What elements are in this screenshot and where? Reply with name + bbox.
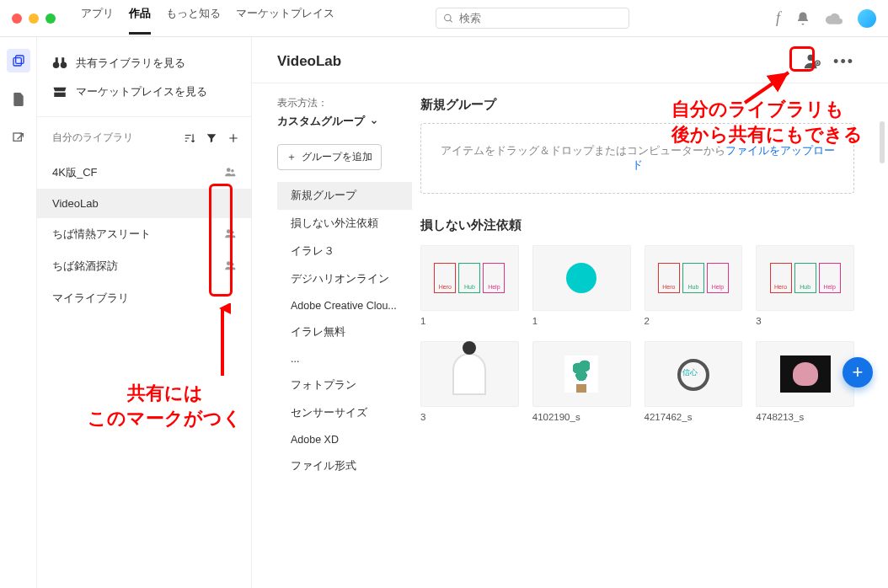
invite-icon[interactable] (803, 52, 821, 71)
divider (37, 116, 251, 117)
asset-caption: 2 (645, 316, 743, 326)
svg-point-6 (61, 62, 67, 69)
avatar[interactable] (858, 9, 876, 28)
asset-thumb (420, 341, 519, 407)
library-item[interactable]: 4K版_CF (37, 157, 251, 189)
search-box[interactable] (436, 8, 629, 29)
zoom-window[interactable] (45, 13, 56, 24)
group-item[interactable]: イラレ無料 (277, 318, 412, 346)
asset-caption: 4217462_s (645, 412, 743, 422)
sort-icon[interactable] (184, 132, 195, 144)
library-item[interactable]: マイライブラリ (37, 282, 251, 314)
asset-card[interactable]: 1 (532, 245, 631, 326)
nav-apps[interactable]: アプリ (81, 6, 114, 31)
bell-icon[interactable] (795, 11, 810, 26)
svg-rect-3 (13, 58, 21, 66)
view-selector[interactable]: カスタムグループ (277, 115, 404, 129)
group-item[interactable]: イラレ３ (277, 238, 412, 265)
asset-card[interactable]: 4217462_s (645, 341, 743, 422)
asset-card[interactable]: 4748213_s (756, 341, 854, 422)
group-item[interactable]: フォトプラン (277, 372, 412, 399)
scrollbar[interactable] (880, 121, 885, 163)
asset-thumb (756, 341, 854, 407)
library-item[interactable]: ちば銘酒探訪 (37, 250, 251, 282)
nav-market[interactable]: マーケットプレイス (236, 6, 334, 31)
asset-grid: HeroHubHelp11HeroHubHelp2HeroHubHelp3341… (420, 245, 854, 422)
shared-icon (224, 227, 236, 242)
plus-icon: ＋ (286, 150, 297, 164)
plus-icon[interactable] (227, 132, 239, 144)
more-menu[interactable]: ••• (833, 53, 854, 71)
sidebar-section-head: 自分のライブラリ (37, 127, 251, 148)
group-item[interactable]: ファイル形式 (277, 452, 412, 480)
main-column: 新規グループ アイテムをドラッグ＆ドロップまたはコンピューターからファイルをアッ… (404, 97, 888, 480)
content-header: VideoLab ••• (252, 37, 888, 83)
add-group-label: グループを追加 (302, 150, 372, 164)
library-item[interactable]: VideoLab (37, 189, 251, 218)
library-item[interactable]: ちば情熱アスリート (37, 218, 251, 250)
rail-share[interactable] (7, 126, 30, 150)
group-item[interactable]: 新規グループ (277, 182, 412, 210)
rail-libraries[interactable] (7, 49, 30, 72)
filter-icon[interactable] (206, 132, 217, 144)
libraries-icon (12, 54, 25, 67)
svg-point-0 (445, 14, 451, 20)
svg-rect-7 (56, 57, 58, 62)
library-list: 4K版_CFVideoLabちば情熱アスリートちば銘酒探訪マイライブラリ (37, 157, 251, 314)
window-controls (12, 13, 56, 24)
library-item-label: ちば銘酒探訪 (52, 259, 118, 274)
svg-point-10 (231, 169, 234, 173)
fab-add[interactable]: + (843, 357, 873, 388)
asset-caption: 3 (420, 412, 519, 422)
cloud-icon[interactable] (826, 13, 843, 24)
svg-point-14 (231, 263, 234, 266)
group-item[interactable]: 損しない外注依頼 (277, 210, 412, 238)
svg-point-13 (227, 261, 231, 265)
sidebar-link-shared[interactable]: 共有ライブラリを見る (37, 49, 251, 78)
asset-card[interactable]: HeroHubHelp1 (420, 245, 519, 326)
binoculars-icon (52, 57, 67, 69)
library-item-label: ちば情熱アスリート (52, 227, 151, 242)
view-value: カスタムグループ (277, 115, 365, 129)
asset-caption: 1 (420, 316, 519, 326)
nav-learn[interactable]: もっと知る (166, 6, 221, 31)
section-title-newgroup: 新規グループ (420, 97, 854, 113)
group-item[interactable]: Adobe Creative Clou... (277, 293, 412, 318)
minimize-window[interactable] (29, 13, 39, 24)
group-item[interactable]: デジハリオンライン (277, 265, 412, 293)
view-label: 表示方法： (277, 97, 404, 110)
asset-thumb: HeroHubHelp (756, 245, 854, 311)
sidebar: 共有ライブラリを見る マーケットプレイスを見る 自分のライブラリ 4K版_CFV… (37, 37, 252, 588)
group-item[interactable]: Adobe XD (277, 427, 412, 452)
add-group-button[interactable]: ＋ グループを追加 (277, 144, 382, 170)
asset-thumb (532, 341, 631, 407)
asset-card[interactable]: HeroHubHelp2 (645, 245, 743, 326)
group-item[interactable]: センサーサイズ (277, 399, 412, 427)
top-nav: アプリ 作品 もっと知る マーケットプレイス (81, 6, 334, 31)
page-title: VideoLab (277, 53, 341, 70)
search-input[interactable] (459, 12, 622, 24)
drop-text: アイテムをドラッグ＆ドロップまたはコンピューターから (441, 145, 725, 157)
top-right-tools: f (776, 9, 876, 28)
asset-card[interactable]: HeroHubHelp3 (756, 245, 854, 326)
file-icon (13, 93, 24, 106)
svg-point-11 (227, 229, 231, 233)
asset-thumb (532, 245, 631, 311)
svg-rect-2 (15, 56, 23, 63)
library-item-label: 4K版_CF (52, 165, 97, 180)
drop-zone[interactable]: アイテムをドラッグ＆ドロップまたはコンピューターからファイルをアップロード (420, 123, 854, 194)
sidebar-section-label: 自分のライブラリ (52, 131, 133, 145)
section-title-assets: 損しない外注依頼 (420, 217, 854, 233)
nav-works[interactable]: 作品 (129, 6, 151, 31)
fonts-icon[interactable]: f (776, 9, 780, 27)
asset-card[interactable]: 4102190_s (532, 341, 631, 422)
sidebar-link-market-label: マーケットプレイスを見る (76, 84, 207, 99)
sidebar-link-market[interactable]: マーケットプレイスを見る (37, 78, 251, 106)
group-item[interactable]: ... (277, 346, 412, 372)
asset-caption: 4748213_s (756, 412, 854, 422)
asset-card[interactable]: 3 (420, 341, 519, 422)
close-window[interactable] (12, 13, 22, 24)
asset-thumb: HeroHubHelp (645, 245, 743, 311)
rail-files[interactable] (7, 88, 30, 111)
share-icon (12, 131, 25, 145)
